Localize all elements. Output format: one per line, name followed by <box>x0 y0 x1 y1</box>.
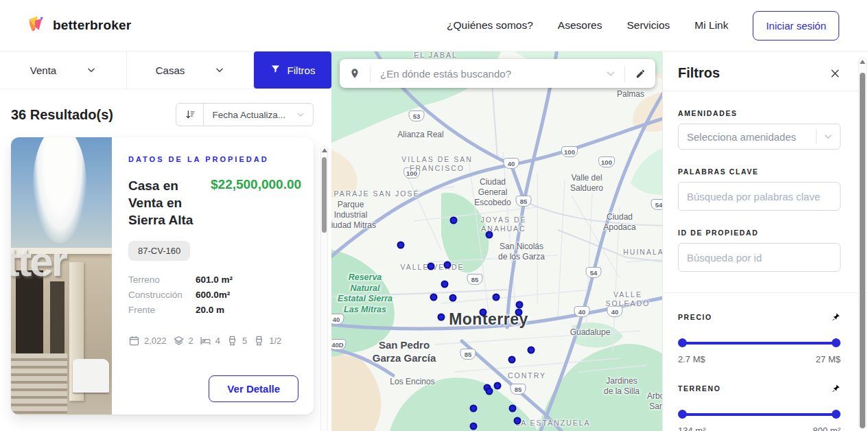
chevron-down-icon[interactable] <box>597 68 624 79</box>
property-marker[interactable] <box>441 281 449 288</box>
divider <box>663 292 868 293</box>
property-marker[interactable] <box>480 309 487 316</box>
range-filter-section: PRECIO2.7 M$27 M$ <box>678 312 841 364</box>
sort-control[interactable]: Fecha Actualiza... <box>176 103 314 126</box>
pin-icon[interactable] <box>831 312 841 322</box>
nav-link[interactable]: Servicios <box>626 19 670 32</box>
range-min-value: 134 m² <box>678 426 705 431</box>
range-slider[interactable] <box>678 410 841 419</box>
layers-icon <box>173 335 185 347</box>
close-icon[interactable] <box>830 68 841 79</box>
slider-handle-min[interactable] <box>678 338 687 347</box>
slider-handle-max[interactable] <box>832 338 841 347</box>
photo-steps <box>11 353 67 415</box>
scrollbar-thumb[interactable] <box>322 157 327 233</box>
property-marker[interactable] <box>514 417 521 425</box>
property-marker[interactable] <box>449 294 457 302</box>
range-values: 134 m²800 m² <box>678 426 841 431</box>
property-price: $22,500,000.00 <box>211 177 301 229</box>
spec-value: 20.0 m <box>196 305 224 315</box>
property-marker[interactable] <box>470 405 478 412</box>
card-section-label: DATOS DE LA PROPIEDAD <box>128 155 301 163</box>
results-column: Venta Casas Filtros 36 Resultado(s) <box>0 51 331 431</box>
property-marker[interactable] <box>508 356 516 364</box>
nav-link[interactable]: Mi Link <box>694 19 728 32</box>
transaction-select-value: Venta <box>30 65 56 76</box>
results-header: 36 Resultado(s) Fecha Actualiza... <box>11 103 314 126</box>
results-area: 36 Resultado(s) Fecha Actualiza... <box>0 103 331 431</box>
property-marker[interactable] <box>528 347 535 354</box>
property-marker[interactable] <box>516 301 524 309</box>
slider-track[interactable] <box>681 342 838 345</box>
feature-value: 5 <box>242 336 247 346</box>
navbar: betterbroker ¿Quiénes somos?AsesoresServ… <box>0 0 868 51</box>
nav-link[interactable]: Asesores <box>558 19 602 32</box>
range-filter-label: TERRENO <box>678 384 721 393</box>
sort-desc-icon[interactable] <box>176 104 204 126</box>
property-marker[interactable] <box>486 231 493 239</box>
panel-scrollbar[interactable] <box>858 57 867 429</box>
map-search-input[interactable] <box>371 68 597 80</box>
property-marker[interactable] <box>509 405 517 412</box>
feature-value: 2,022 <box>144 336 167 346</box>
brand-logo[interactable]: betterbroker <box>27 14 131 36</box>
property-marker[interactable] <box>427 263 435 270</box>
property-card-body: DATOS DE LA PROPIEDAD Casa en Venta en S… <box>112 137 314 415</box>
property-marker[interactable] <box>450 217 458 224</box>
map-markers-layer <box>331 51 662 431</box>
view-detail-button[interactable]: Ver Detalle <box>209 375 298 402</box>
property-type-select[interactable]: Casas <box>127 51 254 89</box>
photo-watermark: tter <box>11 237 66 286</box>
slider-handle-max[interactable] <box>832 410 841 419</box>
transaction-select[interactable]: Venta <box>0 51 127 89</box>
amenities-select[interactable]: Selecciona amenidades <box>678 124 841 150</box>
keywords-label: PALABRAS CLAVE <box>678 167 841 176</box>
edit-pencil-icon[interactable] <box>625 69 655 79</box>
feature-item: 4 <box>200 335 220 347</box>
feature-value: 2 <box>189 336 193 346</box>
map-canvas[interactable]: 53100401001008554548540404040D8585 EL JA… <box>331 51 662 431</box>
results-count: 36 Resultado(s) <box>11 107 113 123</box>
keywords-input[interactable] <box>678 182 841 211</box>
property-card: tter DATOS DE LA PROPIEDAD Casa en Venta… <box>11 137 314 415</box>
pin-icon[interactable] <box>831 384 841 393</box>
property-marker[interactable] <box>486 388 493 395</box>
map-search-bar <box>340 59 655 88</box>
property-marker[interactable] <box>470 423 478 430</box>
content: Venta Casas Filtros 36 Resultado(s) <box>0 51 868 431</box>
property-specs: Terreno601.0 m²Construcción600.0m²Frente… <box>128 275 301 320</box>
property-id-input[interactable] <box>678 243 841 272</box>
brand-name: betterbroker <box>53 18 131 33</box>
scroll-up-arrow-icon[interactable] <box>322 148 327 152</box>
property-marker[interactable] <box>397 242 405 249</box>
filters-panel: Filtros AMENIDADES Selecciona amenidades… <box>662 51 868 431</box>
amenities-select-placeholder: Selecciona amenidades <box>679 131 816 143</box>
property-marker[interactable] <box>494 382 502 390</box>
filters-button[interactable]: Filtros <box>254 51 331 89</box>
sort-select[interactable]: Fecha Actualiza... <box>204 110 313 120</box>
range-max-value: 27 M$ <box>816 354 841 364</box>
property-photo[interactable]: tter <box>11 137 112 415</box>
property-marker[interactable] <box>444 261 451 269</box>
nav-links: ¿Quiénes somos?AsesoresServiciosMi Link <box>447 19 728 32</box>
spec-label: Construcción <box>128 290 196 300</box>
slider-handle-min[interactable] <box>678 410 687 419</box>
feature-item: 5 <box>226 335 247 347</box>
range-max-value: 800 m² <box>813 426 841 431</box>
feature-item: 2 <box>173 335 193 347</box>
login-button[interactable]: Iniciar sesión <box>753 11 839 40</box>
property-marker[interactable] <box>493 294 500 301</box>
scroll-up-arrow-icon[interactable] <box>860 60 865 64</box>
feature-value: 4 <box>215 336 220 346</box>
range-slider[interactable] <box>678 338 841 347</box>
property-marker[interactable] <box>438 314 445 321</box>
quick-filter-bar: Venta Casas Filtros <box>0 51 331 89</box>
divider <box>663 91 868 91</box>
range-values: 2.7 M$27 M$ <box>678 354 841 364</box>
property-marker[interactable] <box>430 294 438 301</box>
results-scrollbar[interactable] <box>320 145 328 431</box>
nav-link[interactable]: ¿Quiénes somos? <box>447 19 533 32</box>
slider-track[interactable] <box>681 413 838 416</box>
scrollbar-thumb[interactable] <box>860 73 865 428</box>
property-marker[interactable] <box>515 309 523 316</box>
